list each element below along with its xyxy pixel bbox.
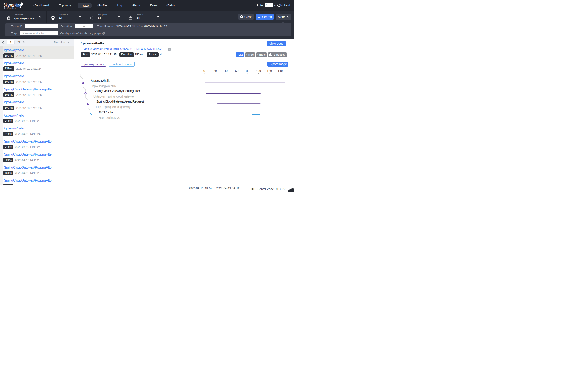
svg-text:Http – SpringMVC: Http – SpringMVC (99, 116, 120, 120)
svg-text:Http – spring–webflux: Http – spring–webflux (91, 84, 116, 88)
svg-text:Http – spring–cloud–gateway: Http – spring–cloud–gateway (96, 105, 130, 109)
svg-text:SpringCloudGateway/sendRequest: SpringCloudGateway/sendRequest (96, 100, 144, 103)
svg-text:20: 20 (213, 69, 217, 73)
svg-text:0: 0 (203, 69, 205, 73)
svg-text:40: 40 (224, 69, 227, 73)
svg-text:/gateway/hello: /gateway/hello (91, 79, 110, 82)
svg-text:SpringCloudGateway/RoutingFilt: SpringCloudGateway/RoutingFilter (94, 89, 140, 93)
svg-text:140: 140 (277, 69, 283, 73)
svg-text:GET:/hello: GET:/hello (99, 110, 113, 114)
svg-text:?: ? (103, 32, 104, 34)
svg-text:80: 80 (246, 69, 249, 73)
svg-text:100: 100 (256, 69, 261, 73)
svg-text:120: 120 (267, 69, 272, 73)
svg-text:Unknown – spring–cloud–gateway: Unknown – spring–cloud–gateway (93, 95, 134, 98)
svg-text:60: 60 (235, 69, 238, 73)
